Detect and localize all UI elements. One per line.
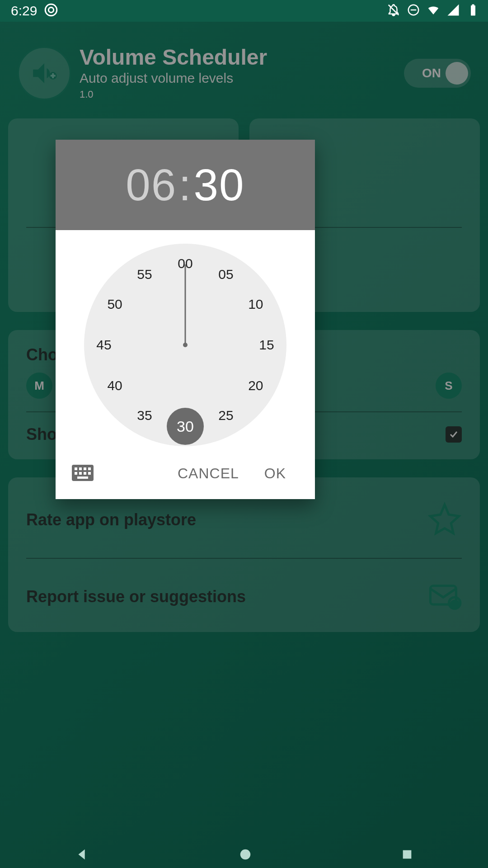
- clock-tick-15[interactable]: 15: [254, 332, 279, 358]
- nav-bar: [0, 843, 488, 868]
- svg-rect-12: [88, 467, 91, 470]
- battery-icon: [466, 3, 480, 19]
- svg-point-1: [49, 7, 54, 12]
- clock-tick-45[interactable]: 45: [91, 332, 117, 358]
- svg-rect-15: [84, 472, 86, 475]
- clock-tick-20[interactable]: 20: [243, 373, 268, 398]
- clock-tick-25[interactable]: 25: [213, 403, 239, 428]
- time-hour[interactable]: 06: [126, 160, 177, 210]
- status-time: 6:29: [11, 3, 37, 19]
- svg-rect-11: [84, 467, 86, 470]
- clock-tick-40[interactable]: 40: [102, 373, 127, 398]
- svg-rect-13: [75, 472, 77, 475]
- clock-tick-35[interactable]: 35: [132, 403, 157, 428]
- svg-point-0: [46, 4, 57, 16]
- status-bar: 6:29: [0, 0, 488, 22]
- clock-center: [183, 343, 188, 347]
- clock-tick-30[interactable]: 30: [167, 408, 204, 445]
- clock-tick-10[interactable]: 10: [243, 292, 268, 317]
- svg-rect-17: [77, 476, 88, 479]
- clock-face[interactable]: 000510152025303540455055: [84, 244, 286, 446]
- clock-tick-50[interactable]: 50: [102, 292, 127, 317]
- clock-hand: [185, 264, 186, 345]
- dnd-icon: [407, 3, 420, 19]
- cancel-button[interactable]: CANCEL: [165, 461, 252, 486]
- nav-home-icon[interactable]: [239, 848, 252, 863]
- svg-rect-19: [403, 850, 412, 859]
- nav-back-icon[interactable]: [75, 847, 90, 864]
- time-minute[interactable]: 30: [194, 160, 245, 210]
- svg-rect-14: [79, 472, 82, 475]
- svg-rect-16: [88, 472, 91, 475]
- clock-tick-05[interactable]: 05: [213, 262, 239, 287]
- ok-button[interactable]: OK: [252, 461, 299, 486]
- signal-icon: [446, 3, 460, 19]
- svg-rect-9: [75, 467, 77, 470]
- status-at-icon: [43, 2, 59, 19]
- time-picker-dialog: 06:30 000510152025303540455055 CANCEL OK: [56, 140, 315, 499]
- wifi-icon: [427, 3, 440, 19]
- svg-rect-10: [79, 467, 82, 470]
- keyboard-icon[interactable]: [72, 464, 94, 484]
- svg-point-18: [240, 849, 251, 860]
- alarm-off-icon: [387, 3, 400, 19]
- time-display: 06:30: [56, 140, 315, 230]
- clock-tick-55[interactable]: 55: [132, 262, 157, 287]
- nav-recent-icon[interactable]: [401, 848, 413, 863]
